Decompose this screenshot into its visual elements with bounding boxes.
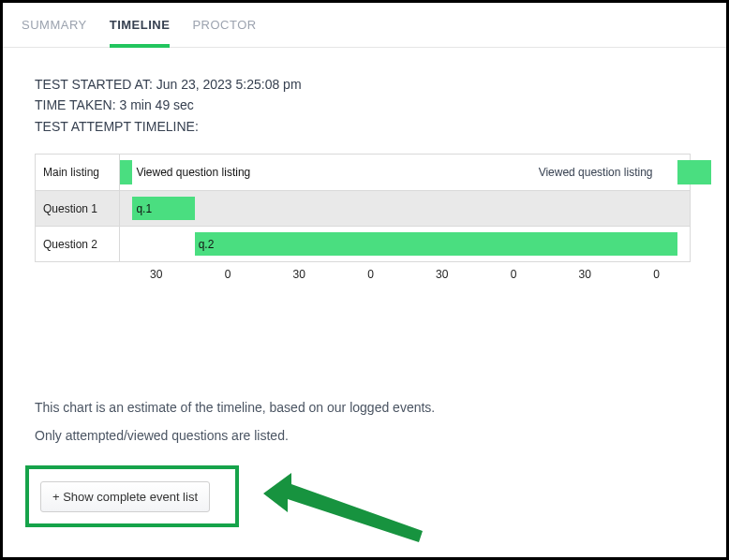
timeline-bar: q.2 xyxy=(195,232,677,256)
timeline-chart: Main listing Viewed question listing Vie… xyxy=(35,154,691,262)
axis-tick: 30 xyxy=(150,268,162,281)
notes-section: This chart is an estimate of the timelin… xyxy=(3,400,467,456)
timeline-row-label: Question 1 xyxy=(36,191,120,226)
axis-tick: 0 xyxy=(511,268,517,281)
timeline-bar: q.1 xyxy=(132,197,194,220)
tab-summary[interactable]: SUMMARY xyxy=(22,18,87,47)
timeline-bar-label: q.2 xyxy=(199,238,215,251)
timeline-row-track: q.1 xyxy=(120,191,690,226)
meta-started-label: TEST STARTED AT: xyxy=(35,77,153,92)
meta-started: TEST STARTED AT: Jun 23, 2023 5:25:08 pm xyxy=(35,74,694,95)
timeline-bar-label: q.1 xyxy=(136,202,152,215)
axis-tick: 0 xyxy=(367,268,374,281)
content-area: TEST STARTED AT: Jun 23, 2023 5:25:08 pm… xyxy=(3,48,726,300)
timeline-row-label: Question 2 xyxy=(36,227,120,261)
timeline-row-main-listing: Main listing Viewed question listing Vie… xyxy=(36,155,690,190)
meta-time-taken: TIME TAKEN: 3 min 49 sec xyxy=(35,95,694,115)
timeline-row-question-1: Question 1 q.1 xyxy=(36,190,690,226)
axis-tick: 0 xyxy=(653,268,660,281)
note-estimate: This chart is an estimate of the timelin… xyxy=(35,400,435,415)
meta-time-taken-value: 3 min 49 sec xyxy=(120,97,194,112)
tab-proctor[interactable]: PROCTOR xyxy=(192,18,256,47)
axis-tick: 30 xyxy=(436,268,448,281)
timeline-bar xyxy=(677,160,711,184)
timeline-axis: 30 0 30 0 30 0 30 0 xyxy=(35,262,691,281)
window-frame: SUMMARY TIMELINE PROCTOR TEST STARTED AT… xyxy=(0,0,729,560)
arrow-annotation-icon xyxy=(254,465,441,550)
axis-tick: 30 xyxy=(579,268,591,281)
timeline-row-label: Main listing xyxy=(36,155,120,190)
note-attempted: Only attempted/viewed questions are list… xyxy=(35,428,435,443)
timeline-bar: Viewed question listing xyxy=(120,160,132,184)
tab-bar: SUMMARY TIMELINE PROCTOR xyxy=(3,3,726,48)
timeline-row-track: Viewed question listing Viewed question … xyxy=(120,155,690,190)
axis-tick: 30 xyxy=(293,268,305,281)
timeline-bar-label: Viewed question listing xyxy=(132,166,250,179)
meta-started-value: Jun 23, 2023 5:25:08 pm xyxy=(156,77,302,92)
meta-time-taken-label: TIME TAKEN: xyxy=(35,97,116,112)
show-event-list-button[interactable]: + Show complete event list xyxy=(40,481,210,512)
meta-attempt-label: TEST ATTEMPT TIMELINE: xyxy=(35,116,694,137)
timeline-row-track: q.2 xyxy=(120,227,690,261)
svg-marker-0 xyxy=(263,473,423,542)
timeline-bar-label: Viewed question listing xyxy=(539,166,653,179)
highlight-box: + Show complete event list xyxy=(25,465,239,527)
timeline-row-question-2: Question 2 q.2 xyxy=(36,226,690,261)
axis-tick: 0 xyxy=(225,268,231,281)
tab-timeline[interactable]: TIMELINE xyxy=(110,18,171,47)
